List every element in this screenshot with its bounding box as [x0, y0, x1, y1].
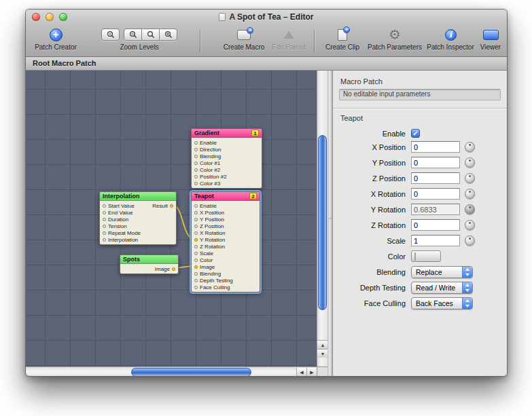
node-title: Gradient [194, 130, 219, 136]
param-label: Scale [339, 237, 411, 245]
patch-inspector-button[interactable]: i Patch Inspector [425, 26, 476, 52]
x-rotation-field[interactable] [411, 188, 460, 200]
input-port[interactable] [103, 238, 106, 242]
input-port[interactable] [103, 225, 106, 228]
zoom-out-button[interactable] [124, 29, 142, 41]
input-port-label: Repeat Mode [108, 230, 141, 236]
create-macro-button[interactable]: + Create Macro [219, 26, 269, 52]
horizontal-scrollbar[interactable]: ◀ ▶ [26, 366, 317, 377]
input-port[interactable] [194, 155, 198, 158]
input-port[interactable] [194, 272, 198, 276]
scroll-left-button[interactable]: ◀ [296, 368, 306, 377]
input-port[interactable] [194, 175, 198, 178]
input-port[interactable] [194, 265, 198, 269]
color-well[interactable] [411, 250, 441, 262]
zoom-actual-button[interactable] [141, 29, 160, 41]
zoom-window-button[interactable] [59, 13, 67, 21]
patch-creator-button[interactable]: + Patch Creator [30, 26, 82, 52]
scroll-right-button[interactable]: ▶ [306, 368, 317, 377]
x-rotation-knob[interactable] [465, 189, 475, 199]
input-port[interactable] [103, 231, 106, 235]
input-port-label: Tension [108, 223, 127, 229]
y-rotation-field[interactable] [411, 204, 460, 215]
node-title: Spots [123, 256, 140, 263]
z-position-knob[interactable] [465, 173, 475, 183]
blending-popup[interactable]: Replace [411, 266, 473, 278]
y-position-knob[interactable] [465, 157, 475, 168]
vertical-scroll-thumb[interactable] [318, 135, 327, 310]
input-port[interactable] [194, 162, 198, 165]
zoom-tool-button[interactable] [101, 29, 120, 41]
minimize-button[interactable] [46, 13, 54, 21]
patch-node-teapot[interactable]: Teapot2EnableX PositionY PositionZ Posit… [191, 191, 260, 292]
input-port[interactable] [194, 225, 198, 228]
input-port[interactable] [194, 148, 198, 151]
input-port[interactable] [194, 286, 198, 289]
panel-splitter[interactable] [327, 71, 333, 377]
output-port-group: Result [152, 203, 173, 209]
input-port[interactable] [194, 211, 198, 214]
input-port-label: Color #1 [200, 160, 220, 166]
scroll-down-button[interactable]: ▼ [317, 349, 328, 358]
titlebar[interactable]: A Spot of Tea – Editor [26, 10, 507, 24]
input-port-label: Blending [200, 153, 221, 159]
output-port[interactable] [172, 267, 175, 271]
face-culling-value: Back Faces [412, 299, 462, 307]
z-rotation-knob[interactable] [465, 220, 475, 230]
input-port-label: Color #2 [200, 167, 220, 173]
input-port[interactable] [194, 231, 198, 235]
y-position-field[interactable] [411, 157, 460, 168]
input-port-label: Enable [200, 140, 217, 146]
panel-divider [333, 108, 507, 109]
patch-canvas[interactable]: Gradient1EnableDirectionBlendingColor #1… [26, 71, 317, 366]
port-row: Image [192, 263, 260, 270]
x-position-knob[interactable] [465, 142, 475, 152]
input-port[interactable] [194, 218, 198, 221]
output-port-label: Result [152, 203, 168, 209]
scale-field[interactable] [411, 235, 460, 246]
input-port[interactable] [194, 238, 198, 242]
zoom-in-button[interactable] [159, 29, 177, 41]
input-port[interactable] [103, 204, 106, 208]
viewer-button[interactable]: Viewer [476, 26, 506, 52]
input-port[interactable] [194, 141, 198, 145]
create-clip-button[interactable]: + Create Clip [319, 26, 366, 52]
patch-parameters-button[interactable]: ⚙ Patch Parameters [366, 26, 424, 52]
depth-testing-popup[interactable]: Read / Write [411, 282, 473, 294]
input-port[interactable] [194, 259, 198, 262]
close-button[interactable] [32, 13, 40, 21]
vertical-scrollbar[interactable]: ▲ ▼ [317, 71, 327, 366]
patch-node-interpolation[interactable]: InterpolationStart ValueResultEnd ValueD… [99, 191, 177, 245]
input-port[interactable] [103, 211, 106, 214]
scale-knob[interactable] [465, 235, 475, 246]
node-header: Teapot2 [192, 192, 260, 201]
face-culling-popup[interactable]: Back Faces [411, 297, 473, 309]
output-port[interactable] [170, 204, 173, 208]
x-position-field[interactable] [411, 141, 460, 153]
input-port[interactable] [194, 182, 198, 185]
input-port[interactable] [194, 252, 198, 255]
edit-parent-label: Edit Parent [268, 43, 310, 52]
param-label: X Rotation [339, 190, 411, 198]
y-rotation-knob[interactable] [465, 204, 475, 214]
patch-node-gradient[interactable]: Gradient1EnableDirectionBlendingColor #1… [191, 128, 262, 189]
magnifier-icon [107, 31, 115, 39]
scroll-up-button[interactable]: ▲ [317, 340, 328, 349]
z-rotation-field[interactable] [411, 219, 460, 231]
param-control [411, 172, 475, 184]
input-port-label: Y Position [200, 216, 224, 223]
input-port[interactable] [194, 168, 198, 172]
horizontal-scroll-thumb[interactable] [131, 368, 251, 377]
z-position-field[interactable] [411, 172, 460, 184]
input-port[interactable] [194, 245, 198, 248]
input-port[interactable] [103, 218, 106, 221]
patch-node-spots[interactable]: SpotsImage [120, 254, 179, 274]
edit-parent-button[interactable]: Edit Parent [268, 26, 310, 52]
breadcrumb[interactable]: Root Macro Patch [26, 57, 507, 71]
input-port[interactable] [194, 204, 198, 208]
param-label: Y Rotation [339, 206, 411, 214]
input-port[interactable] [194, 279, 198, 282]
port-row: Repeat Mode [100, 229, 176, 236]
enable-checkbox[interactable] [411, 129, 420, 138]
param-label: Blending [339, 268, 411, 276]
